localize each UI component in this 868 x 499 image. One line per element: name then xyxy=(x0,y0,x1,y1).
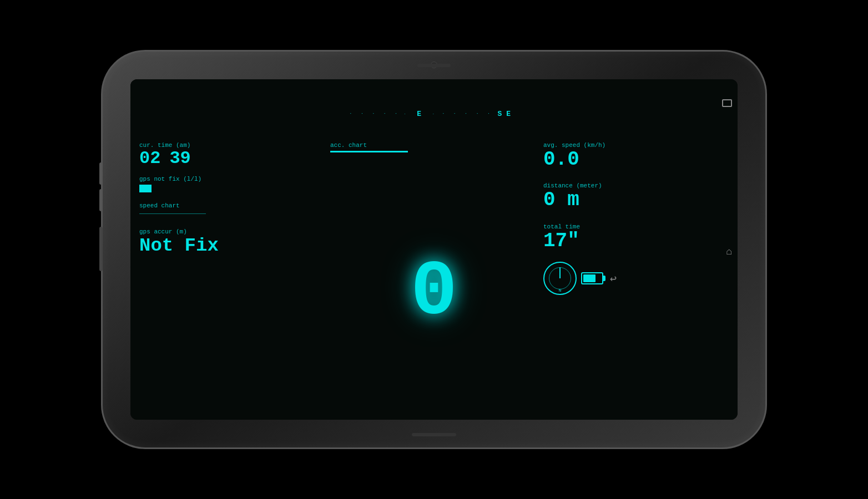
compass-east-label: E xyxy=(417,110,426,118)
compass-dots-right: · · · · · xyxy=(442,111,493,116)
compass-se-label: SE xyxy=(498,110,516,118)
gps-accuracy-block: gps accur (M) Not Fix xyxy=(139,228,330,256)
speed-display: 0 xyxy=(411,254,457,332)
bottom-status-row: N ↩ xyxy=(543,262,729,295)
battery-icon xyxy=(581,272,603,284)
recent-apps-icon[interactable] xyxy=(722,99,732,107)
compass-needle xyxy=(559,267,561,278)
battery-fill xyxy=(583,274,596,282)
total-time-label: total time xyxy=(543,223,729,230)
cur-time-label: Cur. time (AM) xyxy=(139,142,330,149)
compass-bar: · · · · · · E · · · · · · SE xyxy=(139,88,729,142)
time-hours: 02 xyxy=(139,149,160,168)
gps-indicator xyxy=(139,185,152,192)
compass-dots-left: · · · · · xyxy=(350,111,401,116)
phone-screen: · · · · · · E · · · · · · SE Cur. time (… xyxy=(130,79,738,420)
avg-speed-label: avg. speed (Km/h) xyxy=(543,142,729,149)
power-button[interactable] xyxy=(99,227,103,271)
speed-chart-block: speed chart xyxy=(139,202,330,218)
current-time-block: Cur. time (AM) 02 39 xyxy=(139,142,330,168)
compass-north-label: N xyxy=(559,288,562,293)
avg-speed-value: 0.0 xyxy=(543,149,729,171)
right-panel: avg. speed (Km/h) 0.0 distance (meter) 0… xyxy=(532,142,729,411)
total-time-value: 17" xyxy=(543,230,729,252)
gps-accur-label: gps accur (M) xyxy=(139,228,330,235)
center-panel: acc. chart 0 xyxy=(336,142,532,411)
volume-up-button[interactable] xyxy=(99,162,103,185)
acc-chart-label: acc. chart xyxy=(330,142,538,149)
acc-chart-block: acc. chart xyxy=(330,142,538,152)
distance-label: distance (meter) xyxy=(543,182,729,189)
distance-block: distance (meter) 0 m xyxy=(543,182,729,211)
speed-chart-label: speed chart xyxy=(139,202,330,209)
time-minutes: 39 xyxy=(169,149,190,168)
back-button[interactable]: ↩ xyxy=(610,272,617,286)
speed-chart-line xyxy=(139,213,206,214)
left-panel: Cur. time (AM) 02 39 gps not fix (l/l) s… xyxy=(139,142,336,411)
gps-fix-label: gps not fix (l/l) xyxy=(139,176,330,182)
compass-widget: N xyxy=(543,262,577,295)
home-icon[interactable]: ⌂ xyxy=(726,246,732,257)
time-display: 02 39 xyxy=(139,149,330,168)
gps-accur-value: Not Fix xyxy=(139,235,330,256)
volume-down-button[interactable] xyxy=(99,189,103,211)
phone-speaker-bottom xyxy=(412,433,456,436)
distance-value: 0 m xyxy=(543,189,729,211)
phone-device: · · · · · · E · · · · · · SE Cur. time (… xyxy=(101,50,767,449)
avg-speed-block: avg. speed (Km/h) 0.0 xyxy=(543,142,729,171)
phone-speaker-top xyxy=(417,64,451,67)
app-container: · · · · · · E · · · · · · SE Cur. time (… xyxy=(130,79,738,420)
total-time-block: total time 17" xyxy=(543,223,729,252)
volume-buttons xyxy=(99,162,103,271)
acc-chart-line xyxy=(330,151,408,152)
gps-fix-block: gps not fix (l/l) xyxy=(139,176,330,192)
